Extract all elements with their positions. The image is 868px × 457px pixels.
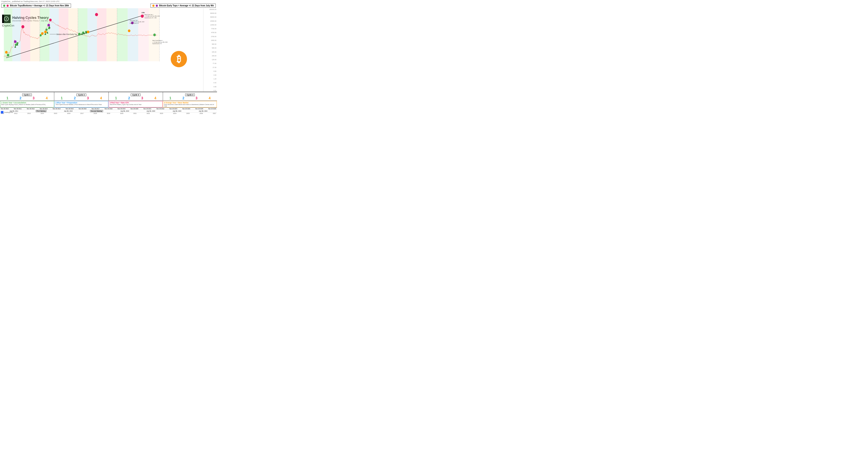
band-c1y4 (30, 8, 40, 61)
date-nov28-2023: Nov 28 2023 (169, 108, 177, 109)
bitcoin-logo: ₿ (170, 51, 187, 68)
svg-rect-4 (1, 111, 3, 113)
label-next-cycle-bottom: Next Cycle Bottom ≈ (152, 40, 163, 41)
blue-year-sub: Time Spent Around Median | Price Advance… (56, 104, 107, 105)
label-next-early-top-3: Expected price: 42 (130, 23, 138, 24)
date-nov28-2013: Nov 28 2013 (40, 108, 48, 109)
green-dot-c4 (153, 33, 156, 36)
orange-dot (152, 5, 154, 7)
xaxis-2027: 2027 (213, 113, 216, 114)
red-year-sub: New ATHs Made | Cycle Top Comes end of Y… (110, 104, 161, 105)
green-dot (3, 5, 5, 7)
price-label: 4700.00 (204, 32, 216, 33)
xaxis-2017: 2017 (80, 113, 84, 114)
date-july9-2023: July 9th, 2023 (173, 110, 181, 112)
cycle-2-label: Cycle 2 (76, 94, 86, 96)
date-july9-2024: July 9th, 2024 (199, 110, 207, 112)
date-nov28-2015: Nov 28 2015 (66, 108, 73, 109)
bottom-section: Cycle 1 1 2 3 4 Cycle 2 1 2 3 4 (0, 92, 217, 115)
cycle3-year4: 4 (154, 96, 156, 100)
price-label: 9.50 (204, 70, 216, 72)
band-c4y2 (128, 8, 138, 61)
date-nov28-2022: Nov 28 2022 (156, 108, 164, 109)
red-dot-3 (95, 13, 98, 16)
price-label: 27.00 (204, 67, 216, 68)
date-nov28-2014: Nov 28 2014 (53, 108, 61, 109)
cycle-2-years: 1 2 3 4 (55, 96, 107, 100)
purple-dot (156, 5, 158, 7)
label-next-early-top-2: +/- 21 days from July 9th, 2024 (130, 21, 144, 23)
cycle3-year3: 3 (141, 96, 143, 100)
svg-text:₿: ₿ (177, 54, 181, 64)
xaxis-2026: 2026 (199, 113, 203, 114)
annotation-bottom: Bottom After First Early Top (57, 33, 77, 35)
cycle-4-years: 1 2 3 4 (164, 96, 216, 100)
cycle4-year1: 1 (169, 96, 171, 100)
date-nov28-2018: Nov 28 2018 (105, 108, 113, 109)
price-label: 1.20 (204, 78, 216, 79)
chart-area: ₿ Halving Cycles Theory (November 28th C… (0, 8, 203, 92)
xaxis-2018: 2018 (94, 113, 97, 114)
cycle2-year4: 4 (100, 96, 102, 100)
date-nov28-2019: Nov 28 2019 (118, 108, 125, 109)
july9-dates-row: July 9th, 2011 First Halving July 9th, 2… (0, 110, 217, 112)
red-year-desc: 3 Red Year = New ATH New ATHs Made | Cyc… (109, 101, 162, 107)
cycle-3-block: Cycle 3 1 2 3 4 (109, 92, 163, 101)
orange-dot-5 (128, 29, 130, 32)
price-label: 3.30 (204, 74, 216, 76)
price-label: 260000.00 (204, 9, 216, 10)
green-year-title: 1 Green Year = Accumulation (1, 102, 53, 104)
cycle-1-label: Cycle 1 (22, 94, 32, 96)
date-nov28-2011: Nov 28 2011 (14, 108, 22, 109)
cycle3-year1: 1 (115, 96, 117, 100)
cycle-2-block: Cycle 2 1 2 3 4 (54, 92, 108, 101)
price-label: 0.01 (204, 90, 216, 91)
price-label: 96000.00 (204, 12, 216, 14)
band-c3y4 (106, 8, 117, 61)
second-halving-label: Second Halving (90, 110, 103, 112)
orange-dot-4 (87, 31, 89, 33)
xaxis-2015: 2015 (54, 113, 57, 114)
green-dot-7 (78, 33, 81, 36)
xaxis-2025: 2025 (186, 113, 190, 114)
cycle4-year4: 4 (209, 96, 211, 100)
orange-dot-1 (5, 51, 8, 54)
first-halving-label: First Halving (36, 110, 46, 112)
green-dot-1 (7, 54, 9, 57)
chart-svg: Bottom After First Early Top 138k Next E… (0, 8, 203, 92)
cycle-4-block: Cycle 4 1 2 3 4 (163, 92, 217, 101)
price-label: 77.00 (204, 63, 216, 64)
label-next-cycle-bottom-3: Expected price: 27k (152, 43, 162, 44)
cycle-1-years: 1 2 3 4 (1, 96, 53, 100)
top-bar: CryptoCon_ published on TradingView.com,… (0, 0, 217, 3)
red-dot (6, 5, 9, 7)
price-label: 960.00 (204, 43, 216, 45)
legend-early-tops: Bitcoin Early Tops = Average +/- 21 Days… (151, 4, 216, 8)
year-descriptions-row: 1 Green Year = Accumulation Best Cycle B… (0, 101, 217, 108)
date-nov28-2020: Nov 28 2020 (130, 108, 138, 109)
purple-dot-1 (14, 40, 17, 43)
date-nov28-2026: Nov 28 2026 (208, 108, 216, 109)
xaxis-2024: 2024 (173, 113, 177, 114)
red-dot-1 (22, 25, 24, 28)
price-label: 1600.00 (204, 40, 216, 41)
orange-dot-3 (44, 31, 47, 33)
date-july9-2015: July 9th, 2015 (64, 110, 72, 112)
green-year-desc: 1 Green Year = Accumulation Best Cycle B… (0, 101, 54, 107)
xaxis-2019: 2019 (107, 113, 110, 114)
label-138k: 138k (141, 12, 145, 13)
price-label: 205.00 (204, 55, 216, 57)
legend-tops-bottoms-text: Bitcoin Tops/Bottoms = Average +/- 21 Da… (10, 4, 69, 7)
label-next-cycle-top: Next Cycle Top ≈ (145, 14, 153, 15)
date-nov28-2010: Nov 28 2010 (1, 108, 9, 109)
date-july9-2020: July 9th, 2020 (147, 110, 155, 112)
cycle1-year1: 1 (6, 96, 8, 100)
orange-year-desc: 4 Orange Year = Bear Market Price become… (163, 101, 217, 107)
red-dot-2 (49, 19, 52, 22)
price-axis: 260000.00 96000.00 58500.00 20500.00 125… (203, 8, 217, 92)
date-nov28-2025: Nov 28 2025 (195, 108, 203, 109)
green-dot-5 (45, 29, 48, 31)
blue-year-title: 2 Blue Year = Preparation (56, 102, 107, 104)
price-label: 7700.00 (204, 28, 216, 29)
blue-year-desc: 2 Blue Year = Preparation Time Spent Aro… (55, 101, 108, 107)
